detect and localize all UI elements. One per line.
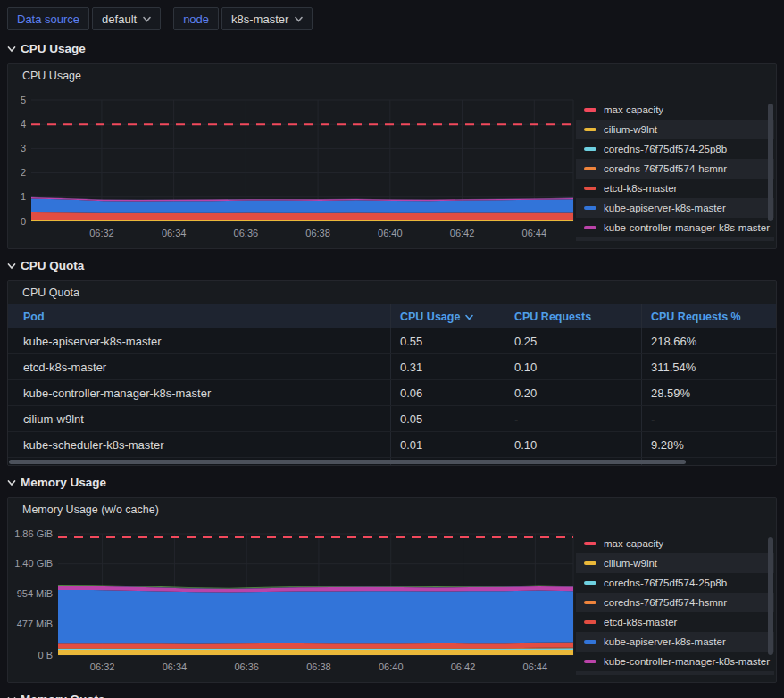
section-cpu-quota[interactable]: CPU Quota xyxy=(0,257,784,273)
legend-item[interactable]: etcd-k8s-master xyxy=(576,612,774,632)
value-cell: 0.25 xyxy=(505,328,642,353)
y-tick-label: 3 xyxy=(21,143,26,154)
column-header-cpu-requests-[interactable]: CPU Requests % xyxy=(642,304,776,328)
chevron-down-icon xyxy=(295,16,303,22)
column-header-cpu-usage[interactable]: CPU Usage xyxy=(391,304,505,328)
panel-title: CPU Usage xyxy=(8,64,776,87)
panel-cpu-quota: CPU Quota PodCPU UsageCPU RequestsCPU Re… xyxy=(7,280,777,466)
x-tick-label: 06:40 xyxy=(378,228,403,238)
legend-series-label: max capacity xyxy=(604,104,663,115)
legend-series-color xyxy=(584,620,596,624)
legend-series-label: coredns-76f75df574-hsmnr xyxy=(604,163,727,174)
memory-usage-chart[interactable]: 0 B477 MiB954 MiB1.40 GiB1.86 GiB06:3206… xyxy=(8,521,576,680)
cpu-usage-legend: max capacitycilium-w9lntcoredns-76f75df5… xyxy=(576,100,774,241)
datasource-select[interactable]: default xyxy=(92,7,161,30)
legend-series-color xyxy=(584,542,596,545)
panel-cpu-usage: CPU Usage 01234506:3206:3406:3606:3806:4… xyxy=(7,63,777,249)
value-cell: 0.05 xyxy=(391,406,505,431)
legend-series-color xyxy=(584,660,596,663)
legend-series-label: coredns-76f75df574-25p8b xyxy=(604,578,727,588)
legend-item[interactable]: coredns-76f75df574-25p8b xyxy=(576,139,774,159)
horizontal-scrollbar[interactable] xyxy=(9,460,686,464)
legend-series-color xyxy=(584,601,596,604)
legend-series-label: coredns-76f75df574-hsmnr xyxy=(604,597,727,608)
column-header-pod[interactable]: Pod xyxy=(8,304,391,328)
node-value: k8s-master xyxy=(231,12,288,26)
legend-series-label: etcd-k8s-master xyxy=(604,617,677,627)
x-tick-label: 06:32 xyxy=(90,661,115,672)
legend-series-label: etcd-k8s-master xyxy=(604,183,677,194)
legend-item[interactable]: coredns-76f75df574-hsmnr xyxy=(576,159,774,179)
value-cell: 0.55 xyxy=(391,328,505,353)
panel-memory-usage: Memory Usage (w/o cache) 0 B477 MiB954 M… xyxy=(7,497,777,683)
value-cell: 0.10 xyxy=(505,432,642,457)
cpu-usage-chart[interactable]: 01234506:3206:3406:3606:3806:4006:4206:4… xyxy=(8,87,576,246)
legend-series-color xyxy=(584,128,596,131)
legend-item[interactable]: kube-controller-manager-k8s-master xyxy=(576,652,774,671)
chevron-down-icon xyxy=(7,46,16,53)
y-tick-label: 1.40 GiB xyxy=(14,558,53,569)
variables-toolbar: Data source default node k8s-master xyxy=(0,0,784,32)
legend-item[interactable]: kube-scheduler-k8s-master xyxy=(576,237,774,241)
value-cell: 28.59% xyxy=(642,380,776,405)
datasource-label[interactable]: Data source xyxy=(7,7,89,30)
legend-item[interactable]: etcd-k8s-master xyxy=(576,179,774,198)
legend-series-color xyxy=(584,581,596,585)
chevron-down-icon xyxy=(143,16,151,22)
node-label[interactable]: node xyxy=(173,7,219,30)
panel-title: CPU Quota xyxy=(8,281,776,304)
table-row: kube-controller-manager-k8s-master0.060.… xyxy=(8,380,776,406)
cpu-quota-table: PodCPU UsageCPU RequestsCPU Requests %ku… xyxy=(8,304,776,466)
pod-name-cell: kube-apiserver-k8s-master xyxy=(8,328,391,353)
node-select[interactable]: k8s-master xyxy=(221,7,313,30)
section-cpu-usage[interactable]: CPU Usage xyxy=(0,40,784,56)
legend-item[interactable]: kube-scheduler-k8s-master xyxy=(576,671,774,675)
section-memory-quota[interactable]: Memory Quota xyxy=(0,691,784,698)
legend-item[interactable]: coredns-76f75df574-hsmnr xyxy=(576,593,774,612)
legend-item[interactable]: cilium-w9lnt xyxy=(576,553,774,573)
x-tick-label: 06:38 xyxy=(306,661,331,672)
legend-item[interactable]: coredns-76f75df574-25p8b xyxy=(576,573,774,593)
series-area-etcd-k8s-master xyxy=(31,212,573,220)
column-header-cpu-requests[interactable]: CPU Requests xyxy=(505,304,642,328)
legend-scrollbar[interactable] xyxy=(768,537,773,655)
panel-title: Memory Usage (w/o cache) xyxy=(8,498,776,521)
legend-item[interactable]: kube-apiserver-k8s-master xyxy=(576,632,774,652)
memory-usage-legend: max capacitycilium-w9lntcoredns-76f75df5… xyxy=(576,534,774,675)
legend-item[interactable]: kube-controller-manager-k8s-master xyxy=(576,218,774,237)
y-tick-label: 1 xyxy=(21,191,26,202)
value-cell: - xyxy=(642,406,776,431)
table-row: etcd-k8s-master0.310.10311.54% xyxy=(8,354,776,380)
legend-series-color xyxy=(584,108,596,112)
pod-name-cell: etcd-k8s-master xyxy=(8,354,391,379)
x-tick-label: 06:34 xyxy=(163,661,188,672)
value-cell: 0.31 xyxy=(391,354,505,379)
table-header-row: PodCPU UsageCPU RequestsCPU Requests % xyxy=(8,304,776,328)
legend-series-label: kube-controller-manager-k8s-master xyxy=(604,656,770,667)
y-tick-label: 0 xyxy=(21,216,26,227)
legend-item[interactable]: kube-apiserver-k8s-master xyxy=(576,198,774,218)
legend-series-color xyxy=(584,561,596,565)
y-tick-label: 1.86 GiB xyxy=(14,528,53,539)
pod-name-cell: kube-scheduler-k8s-master xyxy=(8,432,391,457)
legend-item[interactable]: max capacity xyxy=(576,534,774,553)
x-tick-label: 06:36 xyxy=(234,228,259,238)
value-cell: 9.28% xyxy=(642,432,776,457)
sort-desc-icon xyxy=(465,311,473,323)
legend-series-color xyxy=(584,187,596,190)
section-memory-usage[interactable]: Memory Usage xyxy=(0,474,784,490)
column-header-label: CPU Requests % xyxy=(651,311,741,323)
datasource-value: default xyxy=(102,12,137,26)
chevron-down-icon xyxy=(7,262,16,270)
x-tick-label: 06:44 xyxy=(523,661,548,672)
legend-scrollbar[interactable] xyxy=(768,104,773,221)
value-cell: 311.54% xyxy=(642,354,776,379)
legend-item[interactable]: cilium-w9lnt xyxy=(576,120,774,139)
x-tick-label: 06:44 xyxy=(522,228,547,238)
legend-series-label: max capacity xyxy=(604,538,663,549)
column-header-label: CPU Requests xyxy=(514,311,591,323)
legend-item[interactable]: max capacity xyxy=(576,100,774,120)
x-tick-label: 06:42 xyxy=(451,661,476,672)
table-row: cilium-w9lnt0.05-- xyxy=(8,406,776,432)
x-tick-label: 06:40 xyxy=(379,661,404,672)
